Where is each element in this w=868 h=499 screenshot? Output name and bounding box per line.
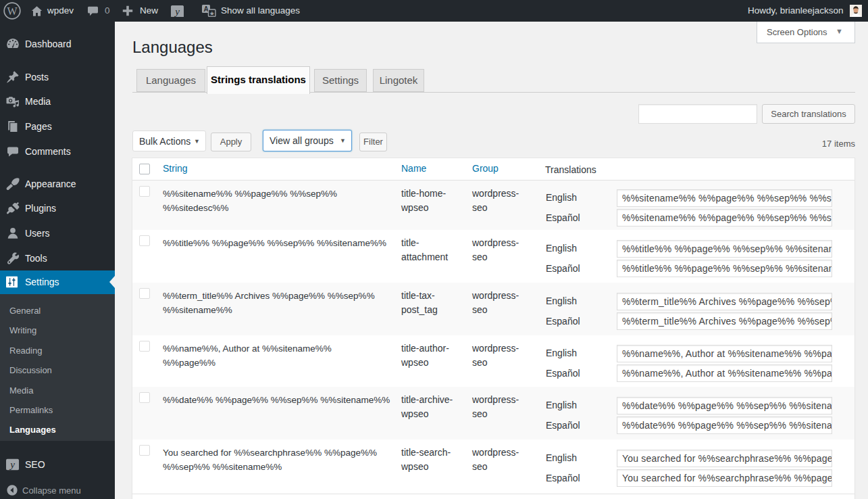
svg-text:W: W: [7, 5, 18, 17]
svg-text:y: y: [9, 459, 15, 470]
svg-text:A: A: [203, 5, 208, 13]
svg-text:★: ★: [209, 10, 215, 17]
svg-text:y: y: [174, 6, 180, 17]
